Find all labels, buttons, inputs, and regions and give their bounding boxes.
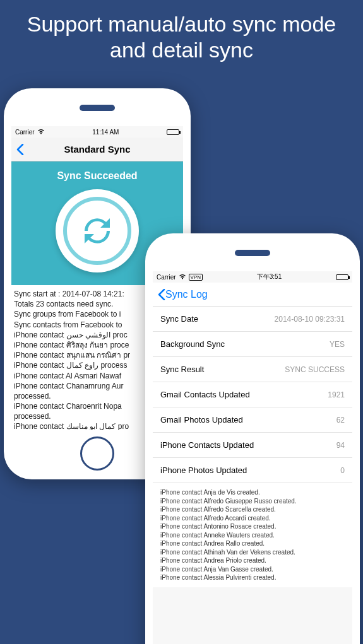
battery-icon (167, 129, 179, 135)
headline-line-1: Support manual/auto sync mode (27, 12, 336, 36)
wifi-icon (37, 129, 45, 136)
phone-speaker (235, 250, 270, 256)
list-row[interactable]: Sync ResultSYNC SUCCESS (153, 357, 352, 382)
row-value: 62 (336, 416, 345, 424)
list-row[interactable]: Background SyncYES (153, 332, 352, 357)
list-row[interactable]: iPhone Photos Updated0 (153, 458, 352, 483)
battery-icon (336, 274, 348, 280)
row-value: SYNC SUCCESS (285, 365, 345, 374)
row-key: iPhone Photos Updated (160, 465, 247, 475)
sync-details-list[interactable]: Sync Date2014-08-10 09:23:31Background S… (153, 307, 352, 483)
row-value: 1921 (328, 390, 345, 399)
status-bar: Carrier VPN 下午3:51 (153, 271, 352, 283)
row-key: Background Sync (160, 339, 225, 349)
created-line: iPhone contact Anja Van Gasse created. (160, 565, 345, 574)
carrier-label: Carrier (157, 274, 176, 281)
sync-status-label: Sync Succeeded (11, 170, 183, 182)
list-row[interactable]: Sync Date2014-08-10 09:23:31 (153, 307, 352, 332)
created-line: iPhone contact Athinah Van der Vekens cr… (160, 548, 345, 557)
nav-back-label: Sync Log (165, 289, 208, 300)
status-time: 11:14 AM (45, 129, 167, 136)
status-time: 下午3:51 (203, 272, 336, 281)
created-line: iPhone contact Antonino Rosace created. (160, 522, 345, 531)
nav-bar: Sync Log (153, 283, 352, 307)
row-value: 2014-08-10 09:23:31 (275, 315, 345, 324)
created-line: iPhone contact Andrea Priolo created. (160, 556, 345, 565)
row-key: iPhone Contacts Updated (160, 440, 254, 450)
row-key: Gmail Contacts Updated (160, 390, 250, 399)
chevron-left-icon (16, 144, 24, 155)
back-button[interactable] (11, 144, 29, 155)
created-line: iPhone contact Alessia Pulvirenti create… (160, 573, 345, 582)
status-bar: Carrier 11:14 AM (11, 126, 183, 138)
row-key: Gmail Photos Updated (160, 415, 243, 424)
phone-frame-sync-log: Carrier VPN 下午3:51 Sync Log Sync Date201… (145, 233, 360, 644)
nav-bar: Standard Sync (11, 138, 183, 161)
created-line: iPhone contact Alfredo Scarcella created… (160, 505, 345, 514)
chevron-left-icon (158, 289, 165, 300)
home-button[interactable] (80, 436, 114, 471)
row-key: Sync Result (160, 365, 204, 374)
phone-speaker (80, 105, 115, 111)
row-value: 0 (340, 466, 345, 475)
list-row[interactable]: Gmail Contacts Updated1921 (153, 382, 352, 407)
created-line: iPhone contact Alfredo Accardi created. (160, 514, 345, 523)
promo-headline: Support manual/auto sync mode and detail… (0, 0, 363, 69)
created-line: iPhone contact Anneke Wauters created. (160, 531, 345, 540)
carrier-label: Carrier (15, 129, 35, 136)
created-line: iPhone contact Alfredo Giuseppe Russo cr… (160, 497, 345, 506)
created-line: iPhone contact Anja de Vis created. (160, 488, 345, 497)
row-key: Sync Date (160, 314, 198, 324)
row-value: 94 (336, 441, 345, 450)
nav-title: Standard Sync (11, 144, 183, 155)
row-value: YES (330, 340, 345, 349)
back-button[interactable]: Sync Log (153, 289, 213, 300)
vpn-badge: VPN (189, 274, 203, 281)
created-line: iPhone contact Andrea Rallo created. (160, 539, 345, 548)
created-log[interactable]: iPhone contact Anja de Vis created.iPhon… (153, 483, 352, 587)
list-row[interactable]: Gmail Photos Updated62 (153, 407, 352, 433)
phone-screen: Carrier VPN 下午3:51 Sync Log Sync Date201… (153, 271, 352, 644)
sync-button[interactable] (56, 189, 139, 272)
wifi-icon (179, 274, 186, 281)
headline-line-2: and detail sync (110, 38, 253, 62)
sync-icon (78, 212, 116, 250)
list-row[interactable]: iPhone Contacts Updated94 (153, 433, 352, 458)
